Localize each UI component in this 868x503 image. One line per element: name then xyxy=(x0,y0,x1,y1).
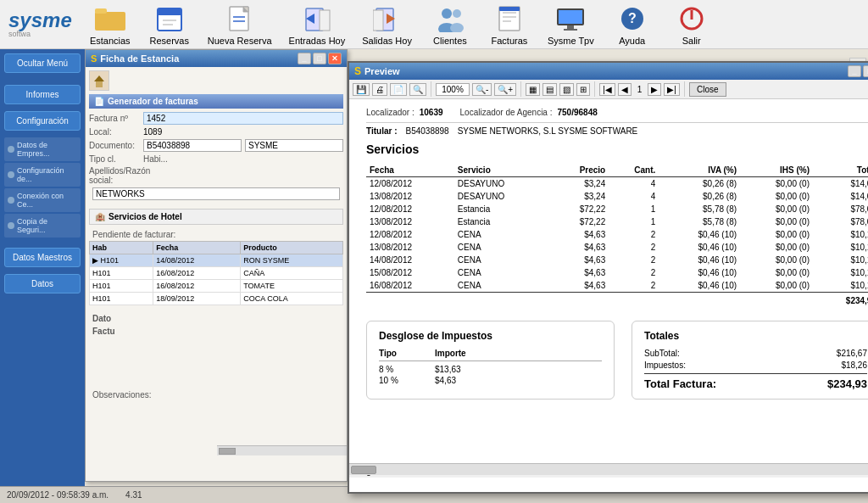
minimize-button[interactable]: _ xyxy=(298,53,311,64)
taskbar-item-sysme-tpv[interactable]: Sysme Tpv xyxy=(548,3,594,46)
nombre-input[interactable] xyxy=(245,139,343,152)
preview-maximize-button[interactable]: □ xyxy=(863,65,868,77)
documento-input[interactable] xyxy=(143,139,242,152)
cell-ihs: $0,00 (0) xyxy=(740,266,813,279)
zoom-input[interactable]: 100% xyxy=(436,83,470,96)
table-row[interactable]: H101 16/08/2012 TOMATE xyxy=(90,280,343,293)
cell-total: $10,19 xyxy=(813,279,868,293)
dot-icon xyxy=(8,171,14,178)
cell-iva: $0,46 (10) xyxy=(659,279,740,293)
power-icon xyxy=(676,3,707,34)
taskbar-item-entradas-hoy[interactable]: Entradas Hoy xyxy=(289,3,346,46)
taskbar-item-estancias[interactable]: Estancias xyxy=(89,3,131,46)
toolbar-btn4[interactable]: 🔍 xyxy=(409,83,426,96)
hotel-services: 🏨 Servicios de Hotel Pendiente de factur… xyxy=(89,209,343,305)
sidebar-item-datos-empresa[interactable]: Datos de Empres... xyxy=(4,137,81,161)
prev-page-btn[interactable]: ◀ xyxy=(618,83,632,96)
view-btn1[interactable]: ▦ xyxy=(526,83,540,96)
zoom-in-btn[interactable]: 🔍+ xyxy=(494,83,516,96)
toolbar-print-btn[interactable]: 🖨 xyxy=(372,83,387,96)
taskbar-item-ayuda[interactable]: ? Ayuda xyxy=(611,3,654,46)
svg-point-19 xyxy=(453,9,461,18)
imp-importe: $4,63 xyxy=(435,376,456,385)
cell-iva: $0,46 (10) xyxy=(659,241,740,254)
table-row[interactable]: H101 16/08/2012 CAÑA xyxy=(90,267,343,280)
table-row[interactable]: ▶ H101 14/08/2012 RON SYSME xyxy=(90,254,343,267)
sidebar-item-datos-maestros[interactable]: Datos Maestros xyxy=(4,248,81,267)
table-row[interactable]: H101 18/09/2012 COCA COLA xyxy=(90,293,343,305)
hotel-services-header[interactable]: 🏨 Servicios de Hotel xyxy=(89,209,343,225)
local-row: Local: 1089 xyxy=(89,127,343,137)
sidebar-item-configuracion-de[interactable]: Configuración de... xyxy=(4,163,81,187)
titular-row: Titular : B54038898 SYSME NETWORKS, S.L … xyxy=(366,126,868,136)
cell-precio: $72,22 xyxy=(550,203,609,215)
hide-menu-button[interactable]: Ocultar Menú xyxy=(4,53,81,73)
taskbar-label: Sysme Tpv xyxy=(548,36,594,46)
cell-fecha: 15/08/2012 xyxy=(366,266,454,279)
tipo-label: Tipo cl. xyxy=(89,154,140,164)
first-page-btn[interactable]: |◀ xyxy=(599,83,615,96)
ficha-window: S Ficha de Estancia _ □ ✕ 📄 xyxy=(85,49,348,482)
svg-rect-12 xyxy=(320,10,330,31)
grand-total-value: $234,93 xyxy=(813,293,868,308)
imp-tipo-label: Tipo xyxy=(379,349,421,358)
totales-title: Totales xyxy=(644,330,867,342)
cell-ihs: $0,00 (0) xyxy=(740,203,813,215)
cell-ihs: $0,00 (0) xyxy=(740,279,813,293)
impuestos-total-value: $18,26 xyxy=(841,360,867,370)
cell-precio: $4,63 xyxy=(550,266,609,279)
hotel-svc-icon: 🏨 xyxy=(95,212,105,221)
titular-doc: B54038898 xyxy=(405,126,448,136)
cell-hab: H101 xyxy=(90,293,153,305)
dot-icon xyxy=(8,197,14,204)
svg-rect-1 xyxy=(95,8,107,14)
cell-fecha: 18/09/2012 xyxy=(153,293,241,305)
sidebar-item-datos[interactable]: Datos xyxy=(4,274,81,293)
taskbar-item-clientes[interactable]: Clientes xyxy=(429,3,471,46)
factura-input[interactable] xyxy=(143,112,343,125)
taskbar-item-salidas-hoy[interactable]: Salidas Hoy xyxy=(362,3,412,46)
col-hab: Hab xyxy=(90,242,153,254)
cell-iva: $0,46 (10) xyxy=(659,228,740,241)
cell-fecha: 13/08/2012 xyxy=(366,215,454,228)
cell-fecha: 16/08/2012 xyxy=(366,279,454,293)
next-page-btn[interactable]: ▶ xyxy=(648,83,661,96)
sidebar-item-informes[interactable]: Informes xyxy=(4,85,81,104)
view-btn4[interactable]: ⊞ xyxy=(576,83,590,96)
view-btn3[interactable]: ▧ xyxy=(559,83,574,96)
zoom-out-btn[interactable]: 🔍- xyxy=(472,83,492,96)
close-preview-btn[interactable]: Close xyxy=(689,82,726,97)
cell-cant: 2 xyxy=(609,254,659,266)
sidebar-item-copia-seguridad[interactable]: Copia de Seguri... xyxy=(4,214,81,238)
cell-servicio: CENA xyxy=(454,228,550,241)
taskbar-item-facturas[interactable]: Facturas xyxy=(488,3,531,46)
agencia-item: Localizador de Agencia : 750/96848 xyxy=(460,108,598,117)
sidebar: Ocultar Menú Informes Configuración Dato… xyxy=(0,49,85,503)
cell-ihs: $0,00 (0) xyxy=(740,177,813,191)
svg-rect-3 xyxy=(158,8,181,15)
cell-fecha: 12/08/2012 xyxy=(366,203,454,215)
taskbar-item-salir[interactable]: Salir xyxy=(670,3,713,46)
imp-row: 10 %$4,63 xyxy=(379,376,602,385)
preview-hscrollbar[interactable] xyxy=(349,463,868,475)
taskbar-item-reservas[interactable]: Reservas xyxy=(148,3,191,46)
hscrollbar[interactable] xyxy=(217,445,347,455)
preview-window: S Preview _ □ ✕ 💾 🖨 📄 🔍 100% 🔍- 🔍+ xyxy=(348,61,868,494)
preview-minimize-button[interactable]: _ xyxy=(848,65,861,77)
apellidos-input[interactable] xyxy=(92,187,340,200)
scroll-thumb xyxy=(219,448,236,455)
close-button[interactable]: ✕ xyxy=(328,53,342,64)
maximize-button[interactable]: □ xyxy=(313,53,326,64)
home-icon[interactable] xyxy=(89,70,109,91)
sidebar-item-configuracion[interactable]: Configuración xyxy=(4,111,81,131)
ficha-content: 📄 Generador de facturas Factura nº Local… xyxy=(86,67,347,405)
taskbar-item-nueva-reserva[interactable]: Nueva Reserva xyxy=(208,3,272,46)
toolbar-save-btn[interactable]: 💾 xyxy=(353,83,370,96)
preview-content: Localizador : 10639 Localizador de Agenc… xyxy=(349,99,868,464)
last-page-btn[interactable]: ▶| xyxy=(664,83,680,96)
sidebar-item-conexion-cen[interactable]: Conexión con Ce... xyxy=(4,188,81,212)
view-btn2[interactable]: ▤ xyxy=(542,83,557,96)
cell-precio: $72,22 xyxy=(550,215,609,228)
generador-header: 📄 Generador de facturas xyxy=(89,94,343,109)
toolbar-btn3[interactable]: 📄 xyxy=(390,83,407,96)
